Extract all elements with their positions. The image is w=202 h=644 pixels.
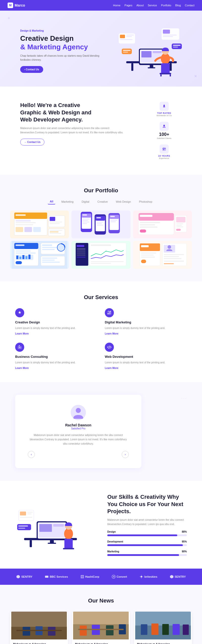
- svg-rect-109: [42, 247, 57, 248]
- news-title: Our News: [10, 597, 192, 604]
- svg-rect-103: [22, 255, 24, 259]
- nav-home[interactable]: Home: [113, 4, 120, 7]
- svg-rect-83: [140, 215, 152, 217]
- portfolio-item-1[interactable]: [10, 211, 69, 238]
- news-img-1: [10, 612, 68, 639]
- stat-top-rated-label: TOP RATED: [157, 112, 171, 114]
- testimonial-navigation: ‹ ›: [28, 451, 129, 458]
- svg-rect-175: [18, 528, 25, 529]
- nav-service[interactable]: Service: [148, 4, 157, 7]
- svg-rect-84: [140, 222, 160, 223]
- svg-rect-153: [30, 540, 32, 547]
- nav-blog[interactable]: Blog: [175, 4, 181, 7]
- skills-content: Our Skills & Creativity Why You Choice u…: [107, 493, 187, 556]
- service-webdev-desc: Lorem ipsum is simply dummy text of the …: [105, 361, 187, 365]
- svg-rect-39: [163, 149, 164, 150]
- skill-development: Development 95%: [107, 540, 187, 546]
- skill-dev-label: Development: [107, 540, 123, 543]
- svg-rect-62: [83, 214, 87, 216]
- svg-rect-79: [110, 221, 116, 222]
- news-title-3: Maborisum m A fenscing: [137, 642, 189, 644]
- skill-mktg-percent: 90%: [182, 550, 187, 553]
- services-grid: Creative Design Lorem ipsum is simply du…: [15, 308, 187, 369]
- svg-rect-139: [164, 254, 184, 255]
- nav-about[interactable]: About: [136, 4, 144, 7]
- portfolio-filters: All Marketing Digital Creative Web Desig…: [10, 199, 192, 204]
- svg-rect-2: [163, 35, 177, 35]
- stat-clients-sub: Satisfied Clients: [157, 137, 171, 139]
- service-creative-link[interactable]: Learn More: [15, 332, 97, 335]
- svg-rect-102: [19, 257, 21, 259]
- filter-photoshop[interactable]: Photoshop: [137, 199, 155, 204]
- filter-creative[interactable]: Creative: [95, 199, 110, 204]
- svg-rect-78: [110, 220, 117, 221]
- hero-cta-button[interactable]: › Contact Us: [20, 66, 43, 73]
- svg-point-151: [76, 408, 81, 413]
- svg-rect-57: [50, 233, 61, 234]
- svg-rect-35: [162, 148, 166, 151]
- svg-rect-160: [53, 528, 62, 530]
- skills-section: Our Skills & Creativity Why You Choice u…: [0, 481, 202, 569]
- svg-rect-48: [24, 227, 32, 232]
- svg-rect-119: [77, 248, 86, 250]
- portfolio-section: Our Portfolio All Marketing Digital Crea…: [0, 175, 202, 281]
- svg-rect-15: [141, 51, 152, 57]
- service-digital-link[interactable]: Learn More: [105, 332, 187, 335]
- svg-rect-63: [83, 219, 90, 219]
- skill-dev-percent: 95%: [182, 540, 187, 543]
- about-stats: TOP RATED Worldwide on Us 100+ Satisfied…: [146, 102, 182, 159]
- about-description: Mabeorum ipsum dolor siat amet consectet…: [20, 126, 131, 135]
- svg-rect-37: [163, 147, 164, 148]
- testimonial-next-button[interactable]: ›: [122, 451, 129, 458]
- skills-illustration: [15, 496, 95, 553]
- service-business-consulting: Business Consulting Lorem ipsum is simpl…: [15, 343, 97, 369]
- service-webdev-link[interactable]: Learn More: [105, 367, 187, 369]
- svg-rect-112: [41, 256, 65, 266]
- svg-rect-174: [18, 526, 28, 527]
- portfolio-item-6[interactable]: [133, 241, 192, 269]
- svg-rect-3: [163, 36, 173, 37]
- nav-contact[interactable]: Contact: [185, 4, 194, 7]
- service-icon-creative: [15, 308, 24, 317]
- skill-mktg-bar-bg: [107, 554, 187, 556]
- filter-marketing[interactable]: Marketing: [59, 199, 75, 204]
- portfolio-item-4[interactable]: [10, 241, 69, 269]
- svg-rect-163: [48, 543, 56, 544]
- service-webdev-name: Web Development: [105, 355, 187, 359]
- about-cta-button[interactable]: → Contact Us: [20, 139, 44, 146]
- services-title: Our Services: [15, 294, 187, 301]
- svg-rect-125: [91, 244, 111, 246]
- filter-digital[interactable]: Digital: [80, 199, 91, 204]
- nav-pages[interactable]: Pages: [124, 4, 132, 7]
- service-digital-name: Digital Marketing: [105, 320, 187, 324]
- service-icon-consulting: [15, 343, 24, 352]
- about-content: Hello! We're a CreativeGraphic & Web Des…: [20, 102, 131, 146]
- partner-briteskies: briteskies: [139, 575, 157, 579]
- svg-rect-7: [126, 36, 132, 37]
- svg-rect-108: [42, 244, 52, 246]
- svg-rect-186: [23, 627, 30, 636]
- testimonial-prev-button[interactable]: ‹: [28, 451, 35, 458]
- nav-portfolio[interactable]: Portfolio: [161, 4, 171, 7]
- portfolio-item-5[interactable]: [71, 241, 130, 269]
- svg-rect-93: [176, 229, 181, 231]
- svg-rect-142: [164, 261, 184, 262]
- hero-section: Design & Marketing Creative Design & Mar…: [0, 11, 202, 87]
- svg-rect-92: [176, 226, 183, 227]
- svg-rect-8: [120, 39, 133, 40]
- portfolio-item-2[interactable]: [71, 211, 130, 238]
- svg-rect-166: [64, 539, 73, 549]
- service-consulting-link[interactable]: Learn More: [15, 367, 97, 369]
- svg-rect-19: [150, 65, 153, 68]
- service-web-dev: Web Development Lorem ipsum is simply du…: [105, 343, 187, 369]
- service-digital-desc: Lorem ipsum is simply dummy text of the …: [105, 326, 187, 330]
- news-section: Our News Maborisum: [0, 585, 202, 644]
- svg-rect-101: [16, 256, 18, 259]
- portfolio-item-3[interactable]: [133, 211, 192, 238]
- filter-webdesign[interactable]: Web Design: [114, 199, 133, 204]
- svg-rect-36: [162, 149, 166, 149]
- filter-all[interactable]: All: [48, 199, 55, 204]
- testimonial-name: Rachel Dawson: [28, 423, 129, 427]
- brand-name: Marco: [15, 3, 25, 7]
- svg-rect-210: [162, 624, 169, 635]
